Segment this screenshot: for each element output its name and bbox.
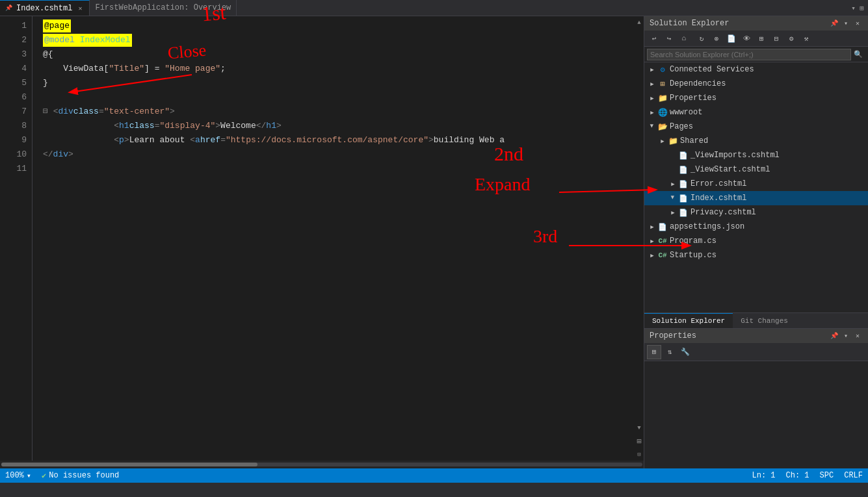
code-line-5: }	[43, 76, 635, 90]
editor-right-panel: ▲ ▼ ⊞ ⊟	[635, 16, 644, 461]
ln-1: 1	[0, 19, 27, 33]
se-icon-program: C#	[657, 236, 668, 246]
code-line-6	[43, 90, 635, 105]
se-forward-btn[interactable]: ↪	[662, 31, 676, 45]
props-pages-btn[interactable]: 🔧	[678, 345, 692, 359]
status-ok-icon: ✔	[42, 471, 46, 481]
se-dropdown-btn[interactable]: ▾	[841, 18, 851, 29]
expand-btn[interactable]: ⊞	[635, 435, 644, 448]
ln-9: 9	[0, 133, 27, 147]
se-item-privacy[interactable]: ▶ 📄 Privacy.cshtml	[644, 205, 868, 220]
se-label-viewstart: _ViewStart.cshtml	[690, 165, 770, 174]
tab-index-label: Index.cshtml	[16, 4, 72, 13]
se-item-dependencies[interactable]: ▶ ⊞ Dependencies	[644, 77, 868, 91]
se-item-shared[interactable]: ▶ 📁 Shared	[644, 134, 868, 148]
ln-7: 7	[0, 105, 27, 119]
line1-text: @page	[43, 19, 71, 32]
se-label-index: Index.cshtml	[690, 194, 746, 203]
se-icon-viewimports: 📄	[678, 150, 689, 160]
status-zoom[interactable]: 100% ▾	[5, 471, 31, 481]
se-toolbar: ↩ ↪ ⌂ ↻ ⊗ 📄 👁 ⊞ ⊟ ⚙ ⚒	[644, 31, 868, 47]
scroll-down-btn[interactable]: ▼	[635, 422, 644, 435]
se-filter-btn[interactable]: ⊞	[754, 31, 769, 45]
se-item-viewstart[interactable]: ▶ 📄 _ViewStart.cshtml	[644, 162, 868, 177]
se-label-viewimports: _ViewImports.cshtml	[690, 151, 780, 160]
se-item-index[interactable]: ▶ 📄 Index.cshtml	[644, 191, 868, 205]
ln-3: 3	[0, 47, 27, 62]
se-header: Solution Explorer 📌 ▾ ✕	[644, 16, 868, 31]
props-pin-btn[interactable]: 📌	[829, 331, 839, 341]
tab-bar: 📌 Index.cshtml ✕ FirstWebApplication: Ov…	[0, 0, 868, 16]
tab-overview-label: FirstWebApplication: Overview	[95, 3, 231, 12]
status-line-ending: CRLF	[844, 471, 863, 480]
se-tab-git-changes[interactable]: Git Changes	[733, 313, 796, 328]
se-item-program[interactable]: ▶ C# Program.cs	[644, 234, 868, 248]
se-icon-viewstart: 📄	[678, 164, 689, 175]
se-label-program: Program.cs	[670, 236, 717, 246]
se-item-appsettings[interactable]: ▶ 📄 appsettings.json	[644, 220, 868, 234]
zoom-dropdown-icon: ▾	[27, 471, 31, 481]
se-search-bar: 🔍	[644, 47, 868, 62]
se-refresh-btn[interactable]: ↻	[694, 31, 709, 45]
se-home-btn[interactable]: ⌂	[677, 31, 691, 45]
props-title: Properties	[650, 331, 826, 340]
se-item-startup[interactable]: ▶ C# Startup.cs	[644, 248, 868, 262]
se-title: Solution Explorer	[650, 19, 826, 28]
se-label-connected-services: Connected Services	[670, 65, 754, 74]
props-close-btn[interactable]: ✕	[852, 331, 863, 341]
ln-8: 8	[0, 119, 27, 133]
status-issues: ✔ No issues found	[42, 471, 119, 481]
se-new-solution-btn[interactable]: 📄	[724, 31, 739, 45]
tab-dropdown[interactable]: ▾ ⊞	[847, 0, 868, 16]
ln-2: 2	[0, 33, 27, 47]
se-arrow-connected: ▶	[647, 64, 657, 75]
se-arrow-privacy: ▶	[668, 207, 678, 218]
se-item-properties[interactable]: ▶ 📁 Properties	[644, 91, 868, 105]
se-arrow-dependencies: ▶	[647, 79, 657, 89]
se-label-shared: Shared	[680, 136, 708, 146]
se-item-connected-services[interactable]: ▶ ⚙ Connected Services	[644, 62, 868, 77]
se-show-all-btn[interactable]: 👁	[739, 31, 754, 45]
se-item-pages[interactable]: ▶ 📂 Pages	[644, 120, 868, 134]
ln-4: 4	[0, 62, 27, 76]
props-categorized-btn[interactable]: ⊞	[647, 345, 661, 359]
se-label-error: Error.cshtml	[690, 179, 746, 188]
tab-index[interactable]: 📌 Index.cshtml ✕	[0, 0, 90, 16]
tab-index-close[interactable]: ✕	[76, 4, 84, 13]
se-back-btn[interactable]: ↩	[647, 31, 661, 45]
se-controls: 📌 ▾ ✕	[829, 18, 863, 29]
status-right: Ln: 1 Ch: 1 SPC CRLF	[752, 471, 863, 480]
se-pin-btn[interactable]: 📌	[829, 18, 839, 29]
editor-hscrollbar[interactable]	[0, 461, 644, 468]
editor-content: 1 2 3 4 5 6 7 8 9 10 11 @page @mo	[0, 16, 644, 461]
se-settings-btn[interactable]: ⚙	[784, 31, 798, 45]
props-content	[644, 361, 868, 468]
code-line-10: </div>	[43, 147, 635, 162]
props-dropdown-btn[interactable]: ▾	[841, 331, 851, 341]
se-icon-connected: ⚙	[657, 64, 668, 75]
se-tab-solution-explorer[interactable]: Solution Explorer	[644, 313, 733, 328]
scroll-up-btn[interactable]: ▲	[635, 16, 644, 29]
se-search-input[interactable]	[647, 49, 851, 60]
se-item-error[interactable]: ▶ 📄 Error.cshtml	[644, 177, 868, 191]
props-alphabetical-btn[interactable]: ⇅	[663, 345, 677, 359]
code-line-2: @model IndexModel	[43, 33, 635, 47]
code-line-11	[43, 162, 635, 176]
line3-text: @{	[43, 48, 53, 61]
se-item-viewimports[interactable]: ▶ 📄 _ViewImports.cshtml	[644, 148, 868, 162]
code-editor[interactable]: @page @model IndexModel @{ ViewData["Tit…	[33, 16, 635, 461]
se-icon-shared: 📁	[668, 136, 678, 146]
tab-overview[interactable]: FirstWebApplication: Overview	[90, 0, 237, 16]
se-close-btn[interactable]: ✕	[852, 18, 863, 29]
hscrollbar-thumb[interactable]	[1, 463, 257, 466]
solution-explorer: Solution Explorer 📌 ▾ ✕ ↩ ↪ ⌂ ↻ ⊗ 📄 👁 ⊞ …	[644, 16, 868, 468]
split-btn[interactable]: ⊟	[635, 448, 644, 461]
se-collapse-all-btn[interactable]: ⊟	[769, 31, 783, 45]
se-stop-btn[interactable]: ⊗	[709, 31, 724, 45]
se-item-wwwroot[interactable]: ▶ 🌐 wwwroot	[644, 105, 868, 120]
se-tree: ▶ ⚙ Connected Services ▶ ⊞ Dependencies …	[644, 62, 868, 312]
se-props-btn[interactable]: ⚒	[799, 31, 813, 45]
props-header: Properties 📌 ▾ ✕	[644, 329, 868, 343]
code-line-3: @{	[43, 47, 635, 62]
line2-text: @model IndexModel	[43, 34, 132, 47]
